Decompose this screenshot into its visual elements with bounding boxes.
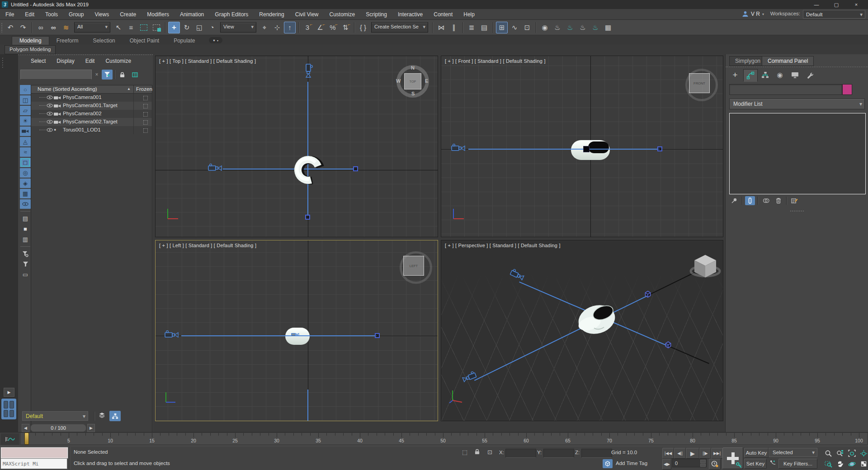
rollout-drag-handle[interactable] — [790, 211, 804, 212]
object-name[interactable]: Torus001_LOD1 — [63, 127, 101, 132]
select-by-name-icon[interactable]: ≡ — [125, 22, 137, 33]
viewcube-face[interactable]: TOP — [404, 73, 421, 89]
camera-target[interactable] — [353, 166, 358, 171]
user-account-menu[interactable]: V R ▾ — [738, 9, 768, 19]
object-properties-icon[interactable]: ▤ — [20, 214, 31, 223]
display-containers-icon[interactable]: ◎ — [20, 168, 31, 178]
maxscript-mini-listener-output[interactable] — [1, 447, 68, 458]
menu-scripting[interactable]: Scripting — [360, 9, 392, 20]
orbit-icon[interactable] — [846, 459, 857, 469]
display-color-icon[interactable]: ■ — [20, 224, 31, 234]
mini-curve-editor-button[interactable] — [1, 433, 19, 445]
range-back-button[interactable]: ◀ — [22, 424, 29, 432]
frozen-cell[interactable] — [143, 104, 148, 108]
selection-region-icon[interactable]: ⬚ — [462, 449, 467, 456]
selection-lock-icon[interactable] — [475, 449, 480, 455]
previous-frame-button[interactable]: ◀|| — [674, 448, 686, 459]
display-groups-icon[interactable]: ◻ — [20, 158, 31, 167]
render-setup-icon[interactable]: ♨ — [552, 22, 563, 33]
menu-graph-editors[interactable]: Graph Editors — [209, 9, 254, 20]
range-forward-button[interactable]: ▶ — [87, 424, 95, 432]
make-unique-icon[interactable] — [761, 196, 771, 205]
camera-target[interactable] — [305, 215, 310, 220]
torus-object[interactable] — [576, 297, 621, 338]
object-color-swatch[interactable] — [842, 84, 852, 95]
frame-spinner[interactable] — [700, 460, 706, 467]
frozen-cell[interactable] — [143, 112, 148, 117]
torus-object[interactable] — [292, 152, 326, 189]
absolute-mode-icon[interactable]: ⊡ — [487, 449, 492, 456]
object-name-field[interactable] — [729, 84, 842, 95]
name-column-header[interactable]: Name (Sorted Ascending) — [38, 86, 97, 92]
filter-settings-icon[interactable] — [20, 249, 31, 258]
object-name[interactable]: PhysCamera001 — [63, 94, 102, 100]
select-and-rotate-icon[interactable]: ↻ — [181, 22, 193, 33]
tab-modify[interactable] — [743, 69, 758, 82]
layers-icon[interactable] — [99, 412, 105, 418]
visibility-eye-icon[interactable] — [47, 128, 53, 132]
menu-help[interactable]: Help — [458, 9, 480, 20]
menu-civil-view[interactable]: Civil View — [290, 9, 324, 20]
menu-file[interactable]: File — [0, 9, 19, 20]
ribbon-tab-selection[interactable]: Selection — [85, 37, 122, 45]
select-and-link-icon[interactable]: ∞ — [35, 22, 47, 33]
ribbon-minimize-button[interactable]: ▼▾ — [209, 37, 222, 43]
dock-tab-command-panel[interactable]: Command Panel — [762, 56, 814, 66]
menu-animation[interactable]: Animation — [175, 9, 209, 20]
bind-to-space-warp-icon[interactable]: ≋ — [60, 22, 72, 33]
display-bones-icon[interactable]: ◈ — [20, 179, 31, 188]
explorer-row[interactable]: PhysCamera002 — [31, 110, 152, 118]
visibility-eye-icon[interactable] — [47, 103, 53, 108]
explorer-menu-customize[interactable]: Customize — [101, 58, 136, 64]
render-production-icon[interactable]: ♨ — [577, 22, 589, 33]
toggle-ribbon-icon[interactable]: ▤ — [478, 22, 490, 33]
select-and-scale-icon[interactable]: ◱ — [193, 22, 205, 33]
time-configuration-button[interactable] — [709, 459, 721, 470]
open-gallery-icon[interactable]: ▦ — [602, 22, 614, 33]
y-coordinate-field[interactable] — [543, 449, 574, 458]
viewport-top[interactable]: N E S W TOP [ + ] [ Top ] [ Standard ] [… — [155, 56, 438, 237]
maxscript-mini-listener-input[interactable]: MAXScript Mi — [1, 459, 67, 469]
object-name[interactable]: PhysCamera002.Target — [63, 119, 118, 124]
visibility-eye-icon[interactable] — [47, 95, 53, 99]
select-and-manipulate-icon[interactable]: ⊹ — [271, 22, 283, 33]
ribbon-tab-modeling[interactable]: Modeling — [12, 36, 49, 45]
zoom-extents-icon[interactable] — [846, 448, 857, 458]
display-none-icon[interactable]: ○ — [20, 85, 31, 94]
window-crossing-toggle-icon[interactable] — [151, 22, 162, 33]
frozen-cell[interactable] — [143, 96, 148, 100]
mirror-icon[interactable]: ⋈ — [435, 22, 447, 33]
explorer-menu-edit[interactable]: Edit — [81, 58, 99, 64]
maximize-viewport-toggle-icon[interactable] — [858, 459, 868, 469]
auto-key-button[interactable]: Auto Key — [744, 448, 769, 458]
set-keys-button[interactable] — [722, 447, 743, 469]
viewport-perspective[interactable]: [ + ] [ Perspective ] [ Standard ] [ Def… — [441, 240, 723, 421]
rectangular-selection-region-icon[interactable] — [138, 22, 150, 33]
frozen-cell[interactable] — [143, 128, 148, 133]
viewport-left-active[interactable]: LEFT [ + ] [ Left ] [ Standard ] [ Defau… — [155, 240, 438, 421]
camera-target[interactable] — [375, 333, 380, 338]
time-slider[interactable] — [24, 432, 29, 445]
search-filter-button[interactable] — [102, 70, 113, 80]
show-end-result-icon[interactable] — [745, 196, 755, 205]
display-frozen-icon[interactable]: ▦ — [20, 189, 31, 198]
visibility-eye-icon[interactable] — [47, 112, 53, 116]
align-icon[interactable]: ∥ — [448, 22, 460, 33]
spinner-snap-toggle-icon[interactable]: ⇅⌐ — [340, 22, 351, 33]
viewport-front[interactable]: FRONT [ + ] [ Front ] [ Standard ] [ Def… — [441, 56, 723, 237]
frame-range-field[interactable]: 0 / 100 — [30, 424, 86, 432]
edit-named-selection-sets-icon[interactable]: { } — [357, 22, 369, 33]
camera-target[interactable] — [583, 146, 590, 152]
close-button[interactable]: × — [846, 0, 866, 9]
menu-interactive[interactable]: Interactive — [392, 9, 428, 20]
polygon-modeling-panel-button[interactable]: Polygon Modeling — [5, 45, 56, 54]
named-selection-sets-dropdown[interactable]: Create Selection Se — [371, 22, 428, 33]
visibility-eye-icon[interactable] — [47, 120, 53, 124]
lock-explorer-button[interactable] — [117, 70, 127, 80]
camera-target-cube[interactable] — [644, 290, 652, 298]
select-and-place-icon[interactable]: ◔ — [206, 22, 218, 33]
current-frame-field[interactable]: 0 — [672, 459, 707, 467]
z-coordinate-field[interactable] — [581, 449, 612, 458]
go-to-start-button[interactable]: |◀◀ — [662, 448, 674, 459]
frozen-cell[interactable] — [143, 120, 148, 125]
